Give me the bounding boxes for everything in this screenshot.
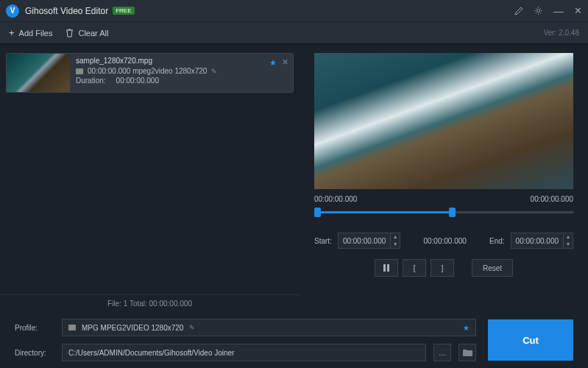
reset-button[interactable]: Reset [472,259,513,277]
end-down-icon[interactable]: ▼ [564,241,573,248]
svg-rect-1 [383,264,386,272]
file-thumbnail [7,54,70,92]
directory-input[interactable]: C:/Users/ADMIN/Documents/Gihosoft/Video … [62,344,426,361]
svg-point-0 [537,10,540,13]
trash-icon [65,29,74,38]
bottom-bar: Profile: MPG MPEG2VIDEO 1280x720 ✎ ★ Dir… [0,312,588,368]
film-icon [68,325,76,330]
clear-all-label: Clear All [78,29,108,38]
film-icon [76,68,83,74]
profile-value: MPG MPEG2VIDEO 1280x720 [82,324,183,332]
browse-button[interactable]: … [433,344,451,361]
duration-value: 00:00:00.000 [116,77,159,85]
app-logo-icon: V [6,4,19,18]
current-time: 00:00:00.000 [406,237,483,245]
end-time-input[interactable]: 00:00:00.000 ▲▼ [511,233,573,249]
plus-icon: + [9,27,15,38]
file-info: sample_1280x720.mpg 00:00:00.000 mpeg2vi… [70,54,293,92]
file-name: sample_1280x720.mpg [76,57,287,65]
star-icon[interactable]: ★ [269,58,277,68]
open-folder-button[interactable] [458,344,476,361]
pencil-icon[interactable]: ✎ [211,68,217,75]
free-badge: FREE [113,7,134,15]
clear-all-button[interactable]: Clear All [65,29,108,38]
slider-range [314,211,449,213]
edit-icon[interactable] [514,7,523,15]
slider-handle-end[interactable] [449,208,456,217]
close-button[interactable]: ✕ [574,5,582,16]
time-start: 00:00:00.000 [314,195,357,203]
gear-icon[interactable] [534,6,543,15]
end-label: End: [489,237,505,245]
star-icon[interactable]: ★ [463,324,470,332]
start-down-icon[interactable]: ▼ [391,241,400,248]
time-end: 00:00:00.000 [531,195,573,203]
pencil-icon[interactable]: ✎ [189,324,195,331]
remove-file-icon[interactable]: ✕ [282,57,288,67]
preview-panel: 00:00:00.000 00:00:00.000 Start: 00:00:0… [300,44,588,312]
start-label: Start: [314,237,332,245]
start-time-value: 00:00:00.000 [339,237,390,245]
mark-out-button[interactable]: ] [431,259,454,277]
slider-handle-start[interactable] [314,208,321,217]
end-up-icon[interactable]: ▲ [564,233,573,241]
profile-label: Profile: [15,324,54,332]
start-time-input[interactable]: 00:00:00.000 ▲▼ [338,233,400,249]
app-title: Gihosoft Video Editor [25,6,108,16]
directory-value: C:/Users/ADMIN/Documents/Gihosoft/Video … [68,349,234,357]
end-time-value: 00:00:00.000 [511,237,563,245]
cut-button[interactable]: Cut [488,319,573,361]
file-panel: sample_1280x720.mpg 00:00:00.000 mpeg2vi… [0,44,300,312]
trim-slider[interactable] [314,206,573,219]
svg-rect-2 [387,264,389,272]
titlebar: V Gihosoft Video Editor FREE — ✕ [0,0,588,22]
file-list: sample_1280x720.mpg 00:00:00.000 mpeg2vi… [0,44,300,294]
mark-in-button[interactable]: [ [403,259,426,277]
minimize-button[interactable]: — [553,5,564,17]
toolbar: + Add Files Clear All Ver: 2.0.48 [0,22,588,44]
video-preview[interactable] [314,53,573,189]
duration-label: Duration: [76,77,106,85]
profile-select[interactable]: MPG MPEG2VIDEO 1280x720 ✎ ★ [62,319,476,336]
add-files-button[interactable]: + Add Files [9,27,52,38]
start-up-icon[interactable]: ▲ [391,233,400,241]
pause-button[interactable] [375,259,398,277]
file-item[interactable]: sample_1280x720.mpg 00:00:00.000 mpeg2vi… [6,53,294,93]
file-status: File: 1 Total: 00:00:00.000 [0,294,300,312]
directory-label: Directory: [15,349,54,357]
version-label: Ver: 2.0.48 [544,29,579,37]
file-meta: 00:00:00.000 mpeg2video 1280x720 [88,67,207,75]
add-files-label: Add Files [19,29,53,38]
